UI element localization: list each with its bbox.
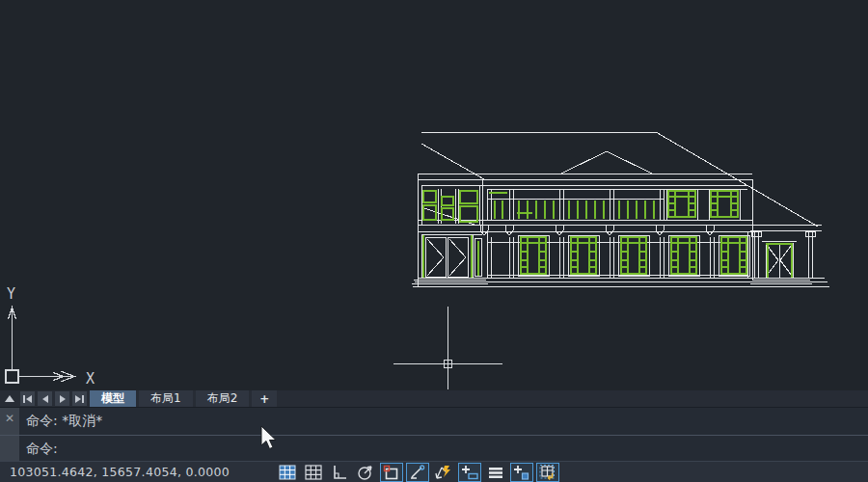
crosshair-cursor (393, 307, 502, 389)
object-snap-toggle[interactable] (380, 463, 403, 482)
previous-layout-button[interactable] (38, 391, 52, 406)
ucs-x-label: X (86, 370, 95, 388)
object-snap-icon (383, 465, 400, 480)
plus-rectangle-icon (461, 465, 478, 480)
snap-grid-icon (279, 465, 296, 480)
grid-icon (305, 465, 322, 480)
tab-model[interactable]: 模型 (90, 390, 136, 407)
next-layout-button[interactable] (55, 391, 69, 406)
status-bar: 103051.4642, 15657.4054, 0.0000 (0, 461, 868, 482)
three-bars-icon (487, 465, 504, 480)
drafting-toggle-strip (276, 462, 559, 482)
right-angle-icon (331, 465, 348, 480)
building-elevation-drawing: Y X (0, 0, 868, 390)
mouse-pointer (260, 425, 280, 452)
first-icon (23, 395, 25, 403)
grid-return-arrow-icon (539, 465, 556, 480)
model-space-viewport[interactable]: Y X (0, 0, 868, 390)
command-line-panel: ✕ 命令: *取消* 命令: (0, 407, 868, 461)
snap-mode-toggle[interactable] (276, 463, 299, 482)
snap-tracking-icon (409, 465, 426, 480)
plus-square-icon (513, 465, 530, 480)
last-layout-button[interactable] (72, 391, 87, 406)
quick-properties-toggle[interactable] (510, 463, 533, 482)
layout-tab-bar: 模型 布局1 布局2 + (0, 390, 868, 407)
cad-application-window: Y X 模型 布局1 布局2 + ✕ 命令: *取消* 命令: 103051.4… (0, 0, 868, 482)
axes-lightning-icon (435, 465, 452, 480)
polar-tracking-toggle[interactable] (354, 463, 377, 482)
tab-layout1[interactable]: 布局1 (139, 390, 193, 407)
arrow-right-icon (75, 395, 81, 403)
dynamic-input-toggle[interactable] (458, 463, 481, 482)
lineweight-display-toggle[interactable] (484, 463, 507, 482)
command-prompt-input[interactable]: 命令: (0, 435, 868, 462)
ortho-mode-toggle[interactable] (328, 463, 351, 482)
command-history-line: 命令: *取消* (0, 408, 868, 435)
grid-display-toggle[interactable] (302, 463, 325, 482)
last-icon (82, 395, 84, 403)
triangle-up-icon (5, 395, 14, 402)
new-layout-tab-button[interactable]: + (252, 390, 277, 407)
first-layout-button[interactable] (20, 391, 35, 406)
polar-angle-icon (357, 465, 374, 480)
arrow-left-icon (42, 395, 48, 403)
ucs-y-label: Y (7, 285, 15, 303)
ucs-icon (6, 307, 74, 383)
selection-cycling-toggle[interactable] (536, 463, 559, 482)
expand-tab-bar-button[interactable] (2, 390, 17, 407)
dynamic-ucs-toggle[interactable] (432, 463, 455, 482)
arrow-left-icon (26, 395, 32, 403)
object-snap-tracking-toggle[interactable] (406, 463, 429, 482)
tab-layout2[interactable]: 布局2 (196, 390, 250, 407)
arrow-right-icon (60, 395, 66, 403)
coordinate-readout: 103051.4642, 15657.4054, 0.0000 (10, 465, 230, 479)
